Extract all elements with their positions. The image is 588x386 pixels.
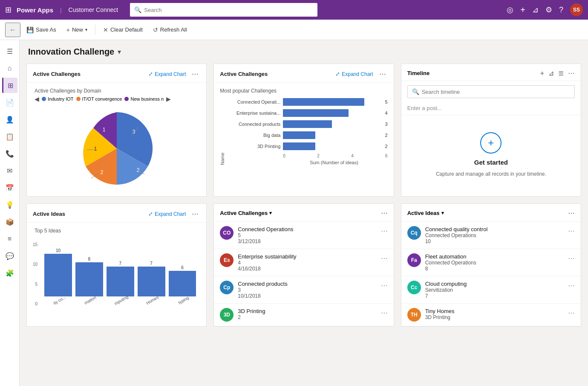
idea-item-menu-3[interactable]: ⋯ <box>568 282 575 290</box>
legend-next-icon[interactable]: ▶ <box>166 96 171 102</box>
idea-avatar-1: Cq <box>407 226 421 240</box>
sidebar-item-document[interactable]: 📄 <box>2 95 17 110</box>
sidebar-item-puzzle[interactable]: 🧩 <box>2 265 17 281</box>
ideas-expand-button[interactable]: ⤢ Expand Chart <box>147 210 187 218</box>
sidebar-item-phone[interactable]: 📞 <box>2 146 17 161</box>
idea-count-2: 8 <box>425 266 564 272</box>
timeline-menu-button[interactable]: ⋯ <box>568 69 575 77</box>
challenge-list-item-1: CO Connected Operations 5 3/12/2018 ⋯ <box>214 222 393 249</box>
sidebar-item-lightbulb[interactable]: 💡 <box>2 197 17 212</box>
bar-fill-5 <box>283 142 315 150</box>
idea-avatar-4: TH <box>407 308 421 322</box>
sidebar-item-contacts[interactable]: 📋 <box>2 129 17 144</box>
challenge-title-3: Connected products <box>238 281 376 287</box>
global-search[interactable]: 🔍 <box>130 3 317 17</box>
sidebar-item-mail[interactable]: ✉ <box>2 163 17 178</box>
search-input[interactable] <box>144 7 313 13</box>
bar-fill-4 <box>283 131 315 139</box>
cmd-separator <box>95 25 95 35</box>
idea-list-item-1: Cq Connected quality control Connected O… <box>401 222 581 249</box>
challenge-title-2: Enterprise sustainability <box>238 253 376 260</box>
timeline-empty-title: Get started <box>474 159 508 166</box>
timeline-add-button[interactable]: + <box>540 70 544 77</box>
timeline-card: Timeline + ⊿ ≣ ⋯ 🔍 Enter a post... + Get… <box>401 64 581 197</box>
new-button[interactable]: + New ▾ <box>62 24 92 36</box>
help-icon[interactable]: ? <box>559 6 563 15</box>
idea-sub-4: 3D Printing <box>425 314 564 320</box>
bar-row-4: Big data 2 <box>229 131 387 139</box>
bar-label-2: Enterprise sustaina... <box>229 110 280 116</box>
command-bar: ← 💾 Save As + New ▾ ✕ Clear Default ↺ Re… <box>0 20 588 40</box>
clear-default-button[interactable]: ✕ Clear Default <box>99 24 147 36</box>
bar-fill-wrap-2 <box>283 109 380 117</box>
add-icon[interactable]: + <box>520 5 525 15</box>
challenge-item-content-2: Enterprise sustainability 4 4/16/2018 <box>238 253 376 272</box>
ideas-list-menu-button[interactable]: ⋯ <box>568 209 575 217</box>
legend-prev-icon[interactable]: ◀ <box>35 96 39 102</box>
grid-icon[interactable]: ⊞ <box>5 5 12 15</box>
idea-item-menu-1[interactable]: ⋯ <box>568 227 575 235</box>
ideas-list-body: Cq Connected quality control Connected O… <box>401 222 581 326</box>
refresh-all-button[interactable]: ↺ Refresh All <box>149 24 191 36</box>
sidebar-item-box[interactable]: 📦 <box>2 214 17 229</box>
bar-row-3: Connected products 3 <box>229 120 387 128</box>
challenge-list-item-2: Es Enterprise sustainability 4 4/16/2018… <box>214 249 393 276</box>
bar-card-menu-button[interactable]: ⋯ <box>378 69 388 79</box>
idea-title-3: Cloud computing <box>425 281 564 287</box>
ideas-list-title: Active Ideas ▾ <box>407 210 568 216</box>
timeline-filter-icon[interactable]: ⊿ <box>548 69 554 77</box>
challenge-item-menu-4[interactable]: ⋯ <box>381 309 388 317</box>
filter-icon[interactable]: ⊿ <box>532 5 539 15</box>
challenge-avatar-4: 3D <box>220 308 233 322</box>
main-layout: ☰ ⌂ ⊞ 📄 👤 📋 📞 ✉ 📅 💡 📦 ≡ 💬 🧩 Innovation C… <box>0 40 588 386</box>
sidebar-item-chat[interactable]: 💬 <box>2 248 17 264</box>
challenge-item-content-4: 3D Printing 2 <box>238 308 376 320</box>
bar-value-3: 3 <box>385 122 388 127</box>
back-button[interactable]: ← <box>5 23 20 37</box>
challenge-sub-2: 4 <box>238 260 376 266</box>
sidebar-item-menu[interactable]: ☰ <box>2 44 17 59</box>
sidebar-item-dashboard[interactable]: ⊞ <box>2 78 17 93</box>
settings-icon[interactable]: ⚙ <box>545 5 552 15</box>
page-title-chevron-icon[interactable]: ▾ <box>118 48 121 56</box>
idea-title-4: Tiny Homes <box>425 308 564 314</box>
pie-subtitle: Active Challenges by Domain <box>33 88 200 94</box>
bar-fill-2 <box>283 109 349 117</box>
idea-item-menu-4[interactable]: ⋯ <box>568 309 575 317</box>
ideas-list-chevron-icon[interactable]: ▾ <box>441 210 444 216</box>
timeline-search[interactable]: 🔍 <box>407 85 575 98</box>
timeline-empty-desc: Capture and manage all records in your t… <box>436 171 546 177</box>
sidebar-item-list[interactable]: ≡ <box>2 231 17 247</box>
idea-avatar-2: Fa <box>407 253 421 267</box>
sidebar-item-calendar[interactable]: 📅 <box>2 180 17 195</box>
bar-expand-icon: ⤢ <box>335 71 340 77</box>
nav-right-actions: ◎ + ⊿ ⚙ ? SS <box>507 3 583 16</box>
challenges-list-chevron-icon[interactable]: ▾ <box>269 210 272 216</box>
pie-expand-button[interactable]: ⤢ Expand Chart <box>147 70 187 78</box>
challenge-item-menu-3[interactable]: ⋯ <box>381 282 388 290</box>
timeline-post-area[interactable]: Enter a post... <box>401 102 581 115</box>
bar-expand-button[interactable]: ⤢ Expand Chart <box>334 70 375 78</box>
sidebar-item-person[interactable]: 👤 <box>2 112 17 127</box>
bar-subtitle: Most popular Challenges <box>220 88 387 94</box>
pie-chart: 3 2 2 1 1 <box>33 106 200 191</box>
challenges-list-menu-button[interactable]: ⋯ <box>381 209 388 217</box>
ideas-chart-menu-button[interactable]: ⋯ <box>190 209 200 219</box>
ideas-expand-icon: ⤢ <box>148 211 153 217</box>
sidebar-item-home[interactable]: ⌂ <box>2 61 17 76</box>
legend-industry-iot: Industry IOT <box>42 96 74 102</box>
challenge-item-menu-2[interactable]: ⋯ <box>381 254 388 262</box>
timeline-search-input[interactable] <box>422 89 570 95</box>
save-as-button[interactable]: 💾 Save As <box>22 24 61 36</box>
pie-card-menu-button[interactable]: ⋯ <box>190 69 200 79</box>
target-icon[interactable]: ◎ <box>507 5 513 15</box>
user-avatar[interactable]: SS <box>570 3 583 16</box>
timeline-get-started-button[interactable]: + <box>480 132 502 154</box>
y-axis-labels: 15 10 5 0 <box>33 242 37 306</box>
timeline-columns-icon[interactable]: ≣ <box>558 69 564 77</box>
challenges-list-header: Active Challenges ▾ ⋯ <box>214 204 393 222</box>
challenge-item-menu-1[interactable]: ⋯ <box>381 227 388 235</box>
idea-item-menu-2[interactable]: ⋯ <box>568 254 575 262</box>
bar-value-4: 2 <box>385 133 388 138</box>
challenge-avatar-2: Es <box>220 253 233 267</box>
